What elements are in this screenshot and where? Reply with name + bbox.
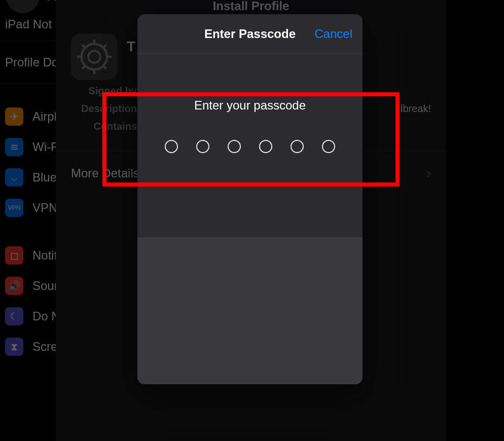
cancel-button[interactable]: Cancel — [314, 14, 352, 54]
keypad-area[interactable] — [137, 237, 363, 384]
dialog-header: Enter Passcode Cancel — [137, 14, 363, 54]
passcode-dot — [165, 140, 178, 153]
passcode-dialog: Enter Passcode Cancel Enter your passcod… — [137, 14, 363, 384]
passcode-dot — [322, 140, 335, 153]
passcode-dots[interactable] — [137, 140, 363, 153]
passcode-dot — [291, 140, 304, 153]
passcode-dot — [196, 140, 209, 153]
passcode-dot — [228, 140, 241, 153]
dialog-title: Enter Passcode — [204, 27, 296, 41]
passcode-prompt: Enter your passcode — [137, 98, 363, 113]
passcode-dot — [259, 140, 272, 153]
